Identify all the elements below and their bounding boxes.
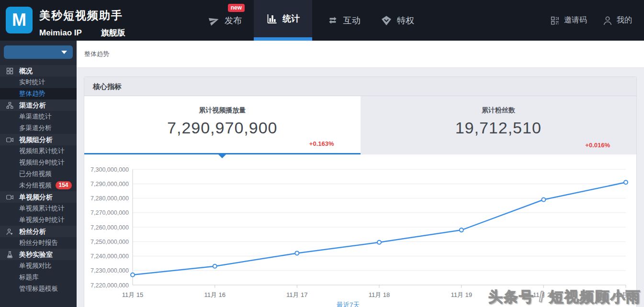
sidebar-item[interactable]: 单视频分析 xyxy=(0,191,77,203)
count-badge: 154 xyxy=(56,181,72,189)
metric-card[interactable]: 累计粉丝数19,712,510+0.016% xyxy=(361,96,637,154)
tab-label: 特权 xyxy=(397,15,414,26)
sidebar-item[interactable]: 已分组视频 xyxy=(0,168,77,180)
fans-icon xyxy=(6,228,14,236)
video-icon xyxy=(6,193,14,201)
sidebar-item-label: 管理标题模板 xyxy=(19,285,58,292)
metric-card[interactable]: 累计视频播放量7,290,970,900+0.163% xyxy=(84,96,361,154)
svg-text:7,230,000,000: 7,230,000,000 xyxy=(90,267,129,274)
sidebar-item[interactable]: 视频组分析 xyxy=(0,134,77,145)
sidebar-item[interactable]: 视频组累计统计 xyxy=(0,145,77,157)
sidebar-item[interactable]: 粉丝分析 xyxy=(0,226,77,237)
app-logo[interactable]: M xyxy=(6,7,33,33)
sidebar-item-label: 单视频分析 xyxy=(19,193,53,201)
tab-label: 发布 xyxy=(225,15,242,26)
sidebar-item-label: 单视频分时统计 xyxy=(19,216,65,223)
new-badge: new xyxy=(228,4,245,12)
invite-code[interactable]: 邀请码 xyxy=(550,0,594,41)
sidebar-item[interactable]: 概况 xyxy=(0,65,77,77)
sidebar-item[interactable]: 多渠道分析 xyxy=(0,122,77,134)
sidebar-item[interactable]: 渠道分析 xyxy=(0,99,77,111)
sidebar-menu: 概况实时统计整体趋势渠道分析单渠道统计多渠道分析视频组分析视频组累计统计视频组分… xyxy=(0,65,77,295)
trend-chart: 7,300,000,0007,290,000,0007,280,000,0007… xyxy=(84,154,636,307)
sidebar-item-label: 单渠道统计 xyxy=(19,113,52,120)
svg-text:7,280,000,000: 7,280,000,000 xyxy=(90,195,129,202)
core-metrics-panel: 核心指标 累计视频播放量7,290,970,900+0.163%累计粉丝数19,… xyxy=(84,77,637,307)
metric-value: 7,290,970,900 xyxy=(84,119,361,137)
panel-title: 核心指标 xyxy=(93,82,122,90)
sidebar: 概况实时统计整体趋势渠道分析单渠道统计多渠道分析视频组分析视频组累计统计视频组分… xyxy=(0,41,77,307)
tab-stats[interactable]: 统计 xyxy=(254,0,312,41)
sidebar-item-label: 标题库 xyxy=(19,274,39,281)
grid-icon xyxy=(6,67,14,75)
sidebar-item[interactable]: 未分组视频154 xyxy=(0,180,77,191)
person-icon xyxy=(602,15,613,26)
sidebar-item-label: 美秒实验室 xyxy=(19,251,53,258)
sidebar-item-label: 粉丝分析 xyxy=(19,228,46,235)
sidebar-item-label: 视频组分时统计 xyxy=(19,159,65,166)
watermark: 头条号 / 短视频顾小雨 xyxy=(488,287,641,307)
range-label[interactable]: 最近7天 xyxy=(337,301,360,307)
sidebar-item[interactable]: 实时统计 xyxy=(0,77,77,88)
svg-text:7,250,000,000: 7,250,000,000 xyxy=(90,239,129,245)
main-content: 整体趋势 核心指标 累计视频播放量7,290,970,900+0.163%累计粉… xyxy=(77,41,644,307)
svg-text:11月 15: 11月 15 xyxy=(122,291,144,298)
org-icon xyxy=(6,101,14,110)
metric-value: 19,712,510 xyxy=(361,119,637,137)
sidebar-item[interactable]: 标题库 xyxy=(0,272,77,283)
metric-label: 累计视频播放量 xyxy=(84,106,361,115)
tab-publish[interactable]: 发布new xyxy=(199,0,251,41)
top-right-label: 邀请码 xyxy=(564,15,587,25)
tab-interact[interactable]: 互动 xyxy=(316,0,371,41)
svg-text:7,260,000,000: 7,260,000,000 xyxy=(90,224,129,231)
svg-text:11月 19: 11月 19 xyxy=(451,291,472,298)
sidebar-item-label: 视频组累计统计 xyxy=(19,147,65,154)
svg-text:11月 16: 11月 16 xyxy=(204,291,226,298)
sidebar-item[interactable]: 视频组分时统计 xyxy=(0,157,77,168)
top-right-label: 我的 xyxy=(617,15,632,25)
logo-letter: M xyxy=(12,11,26,29)
breadcrumb-bar: 整体趋势 xyxy=(77,41,644,68)
my-account[interactable]: 我的 xyxy=(602,0,637,41)
sidebar-item[interactable]: 粉丝分时报告 xyxy=(0,237,77,249)
stats-icon xyxy=(266,13,278,24)
interact-icon xyxy=(327,15,339,26)
trend-line-chart: 7,300,000,0007,290,000,0007,280,000,0007… xyxy=(84,154,636,307)
send-icon xyxy=(208,15,220,26)
gem-icon xyxy=(381,15,392,26)
tab-privilege[interactable]: 特权 xyxy=(373,0,421,41)
chevron-down-icon xyxy=(61,51,67,54)
svg-text:7,220,000,000: 7,220,000,000 xyxy=(90,282,129,289)
sidebar-item[interactable]: 单渠道统计 xyxy=(0,111,77,122)
sidebar-item[interactable]: 单视频累计统计 xyxy=(0,203,77,214)
sidebar-item-label: 渠道分析 xyxy=(19,101,46,109)
sidebar-item-label: 单视频累计统计 xyxy=(19,205,65,212)
tab-label: 统计 xyxy=(282,13,300,24)
sidebar-item-label: 视频组分析 xyxy=(19,136,53,143)
qr-icon xyxy=(550,15,560,26)
sidebar-item-label: 概况 xyxy=(19,67,33,75)
video-icon xyxy=(6,136,14,144)
svg-text:11月 18: 11月 18 xyxy=(369,291,390,298)
breadcrumb: 整体趋势 xyxy=(84,50,109,58)
brand-block: 美秒短视频助手 Meimiao IP旗舰版 xyxy=(39,8,125,38)
account-dropdown[interactable] xyxy=(4,45,73,59)
top-navbar: M 美秒短视频助手 Meimiao IP旗舰版 发布new统计互动特权 邀请码我… xyxy=(0,0,644,41)
sidebar-item[interactable]: 美秒实验室 xyxy=(0,249,77,260)
sidebar-item-label: 实时统计 xyxy=(19,78,45,86)
sidebar-item[interactable]: 单视频分时统计 xyxy=(0,214,77,226)
sidebar-item-label: 单视频对比 xyxy=(19,262,52,269)
app-edition: 旗舰版 xyxy=(101,28,125,37)
app-root: M 美秒短视频助手 Meimiao IP旗舰版 发布new统计互动特权 邀请码我… xyxy=(0,0,644,307)
sidebar-item-label: 已分组视频 xyxy=(19,170,52,177)
sidebar-item[interactable]: 整体趋势 xyxy=(0,88,77,99)
tab-label: 互动 xyxy=(343,15,361,26)
app-title: 美秒短视频助手 xyxy=(39,8,125,23)
sidebar-item-label: 未分组视频 xyxy=(19,182,52,189)
sidebar-item[interactable]: 管理标题模板 xyxy=(0,283,77,295)
svg-text:7,290,000,000: 7,290,000,000 xyxy=(90,181,129,187)
sidebar-item-label: 粉丝分时报告 xyxy=(19,239,58,246)
sidebar-item[interactable]: 单视频对比 xyxy=(0,260,77,272)
panel-header: 核心指标 xyxy=(84,77,636,96)
app-subtitle-row: Meimiao IP旗舰版 xyxy=(39,27,125,38)
